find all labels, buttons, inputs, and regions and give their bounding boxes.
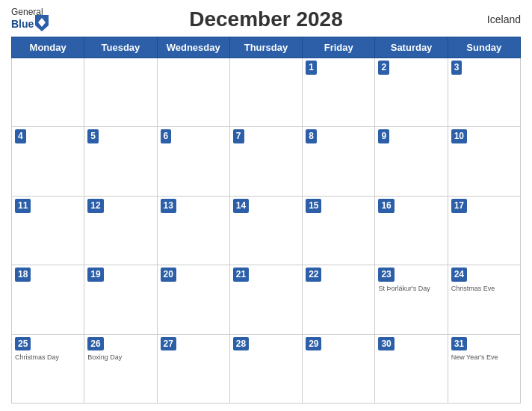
calendar-cell: 12 [84,196,157,265]
calendar-cell: 18 [12,265,84,334]
calendar-header: General Blue December 2028 Iceland [11,7,521,31]
day-number: 3 [451,61,463,75]
calendar-week-1: 0000123 [12,58,521,127]
calendar-cell: 24Christmas Eve [448,265,520,334]
calendar-cell: 29 [303,334,375,403]
column-header-thursday: Thursday [229,37,302,58]
calendar-cell: 5 [84,127,157,196]
day-number: 14 [233,199,249,213]
day-number: 22 [306,268,321,282]
column-header-tuesday: Tuesday [84,37,157,58]
day-number: 10 [451,129,467,143]
calendar-cell: 14 [229,196,302,265]
day-number: 24 [451,268,467,282]
calendar-cell: 31New Year's Eve [448,334,520,403]
calendar-cell: 0 [229,58,302,127]
day-number: 2 [378,61,389,75]
calendar-cell: 7 [229,127,302,196]
day-number: 25 [15,337,31,351]
logo: General Blue [11,7,49,31]
calendar-cell: 16 [375,196,448,265]
day-number: 27 [161,337,176,351]
day-number: 12 [87,199,103,213]
calendar-cell: 8 [303,127,375,196]
day-number: 26 [87,337,103,351]
calendar-cell: 22 [303,265,375,334]
day-number: 28 [233,337,249,351]
calendar-table: MondayTuesdayWednesdayThursdayFridaySatu… [11,37,521,404]
day-number: 30 [378,337,394,351]
day-number: 23 [378,268,394,282]
calendar-cell: 10 [448,127,520,196]
calendar-cell: 11 [12,196,84,265]
day-number: 1 [306,61,317,75]
calendar-cell: 26Boxing Day [84,334,157,403]
day-number: 13 [161,199,176,213]
calendar-cell: 17 [448,196,520,265]
event-label: Boxing Day [87,353,153,362]
day-number: 6 [161,129,172,143]
calendar-cell: 15 [303,196,375,265]
day-number: 11 [15,199,31,213]
day-number: 9 [378,129,389,143]
column-header-saturday: Saturday [375,37,448,58]
calendar-cell: 9 [375,127,448,196]
calendar-cell: 21 [229,265,302,334]
calendar-cell: 1 [303,58,375,127]
day-number: 4 [15,129,26,143]
column-header-friday: Friday [303,37,375,58]
calendar-cell: 0 [12,58,84,127]
event-label: St Þorlákur's Day [378,285,444,294]
event-label: Christmas Eve [451,285,517,294]
day-number: 29 [306,337,321,351]
calendar-week-3: 11121314151617 [12,196,521,265]
calendar-week-2: 45678910 [12,127,521,196]
calendar-cell: 28 [229,334,302,403]
calendar-cell: 19 [84,265,157,334]
calendar-cell: 0 [84,58,157,127]
event-label: New Year's Eve [451,353,517,362]
day-number: 8 [306,129,317,143]
calendar-cell: 13 [157,196,229,265]
column-header-wednesday: Wednesday [157,37,229,58]
logo-blue-text: Blue [11,19,34,29]
day-number: 5 [87,129,99,143]
day-number: 16 [378,199,394,213]
calendar-week-5: 25Christmas Day26Boxing Day2728293031New… [12,334,521,403]
calendar-cell: 25Christmas Day [12,334,84,403]
calendar-cell: 27 [157,334,229,403]
day-number: 20 [161,268,176,282]
day-number: 18 [15,268,31,282]
calendar-cell: 0 [157,58,229,127]
event-label: Christmas Day [15,353,81,362]
day-number: 15 [306,199,321,213]
column-header-sunday: Sunday [448,37,520,58]
calendar-cell: 4 [12,127,84,196]
calendar-cell: 6 [157,127,229,196]
day-number: 7 [233,129,244,143]
calendar-cell: 30 [375,334,448,403]
day-number: 19 [87,268,103,282]
column-header-monday: Monday [12,37,84,58]
day-number: 17 [451,199,467,213]
calendar-cell: 20 [157,265,229,334]
calendar-cell: 3 [448,58,520,127]
calendar-cell: 2 [375,58,448,127]
day-number: 31 [451,337,467,351]
logo-icon [35,15,49,31]
country-label: Iceland [487,13,521,25]
day-number: 21 [233,268,249,282]
calendar-week-4: 181920212223St Þorlákur's Day24Christmas… [12,265,521,334]
calendar-cell: 23St Þorlákur's Day [375,265,448,334]
calendar-title: December 2028 [189,7,342,31]
